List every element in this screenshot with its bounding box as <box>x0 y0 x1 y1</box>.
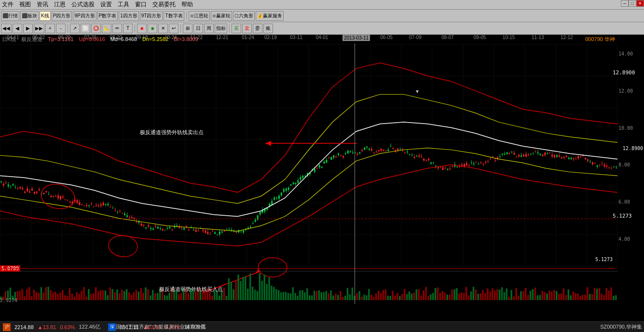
menu-settings[interactable]: 设置 <box>100 0 112 9</box>
annotation-sell: 极反通道强势外轨线卖出点 <box>140 129 204 136</box>
annotation-buy: 极反通道弱势外轨线买入点 <box>159 286 223 293</box>
up-value: Up=8.0616 <box>79 36 105 42</box>
date-tick-10: 01-24 <box>242 35 254 40</box>
btn-pnum[interactable]: P数字表 <box>97 11 118 21</box>
menu-file[interactable]: 文件 <box>2 0 14 9</box>
maximize-button[interactable]: □ <box>629 0 636 7</box>
btn-kline[interactable]: K线 <box>40 11 51 21</box>
price-high-label: 12.8900 <box>623 146 643 151</box>
minimize-button[interactable]: ─ <box>621 0 629 7</box>
btn-account[interactable]: 账 <box>263 24 273 33</box>
date-divider-line <box>355 43 355 304</box>
menu-help[interactable]: 帮助 <box>181 0 193 9</box>
index-value: 2214.88 <box>14 324 34 330</box>
stock-icon: 深 <box>108 323 116 331</box>
news-ticker: 国办"万箭齐发" 力挺煤炭行业健康发展 <box>116 321 596 332</box>
btn-sell[interactable]: 卖 <box>242 24 252 33</box>
btn-grid[interactable]: ⊞ <box>183 24 192 33</box>
price-low-label: 2.9274 <box>0 298 17 303</box>
btn-nav2[interactable]: ◀ <box>13 24 22 33</box>
date-tick-19: 10-15 <box>503 35 515 40</box>
toolbar2: ◀◀ ◀ ▶ ▶▶ + - ↗ ⬜ ⭕ 📐 ✏ T ■ ■ ✕ ↩ ⊞ 日 周 … <box>0 22 644 35</box>
tp-value: Tp=3.1161 <box>48 36 73 42</box>
date-tick-11: 02-19 <box>264 35 277 40</box>
btn-nav1[interactable]: ◀◀ <box>1 24 12 33</box>
news-text: 国办"万箭齐发" 力挺煤炭行业健康发展 <box>116 323 206 331</box>
date-tick-15: 06-05 <box>380 35 393 40</box>
menu-window[interactable]: 窗口 <box>135 0 147 9</box>
date-tick-17: 08-07 <box>441 35 454 40</box>
sep3 <box>135 24 135 33</box>
menu-trade[interactable]: 交易委托 <box>152 0 176 9</box>
menu-jiangen[interactable]: 江恩 <box>54 0 66 9</box>
toolbar1: ⬛行情 ⬛板块 K线 P四方形 9P四方形 P数字表 1四方形 9T四方形 T数… <box>0 10 644 22</box>
index-vol: 122.46亿 <box>79 323 100 331</box>
indicator-label: 日K线 极反通道 Tp=3.1161 Up=8.0616 Md=6.8468 D… <box>2 36 202 43</box>
sep4 <box>180 24 181 33</box>
date-tick-18: 09-05 <box>474 35 486 40</box>
btn-undo[interactable]: ↩ <box>169 24 178 33</box>
btn-buy[interactable]: 买 <box>232 24 241 33</box>
btn-win-wheel[interactable]: ⊙赢家轮 <box>211 11 232 21</box>
price-5127-label: 5.1273 <box>595 257 613 262</box>
btn-color-green[interactable]: ■ <box>148 24 157 33</box>
chart-canvas <box>0 35 644 304</box>
btn-period[interactable]: 日 <box>193 24 203 33</box>
window-controls: ─ □ ✕ <box>621 0 644 7</box>
btn-nav4[interactable]: ▶▶ <box>34 24 44 33</box>
btn-draw6[interactable]: T <box>123 24 133 33</box>
btn-zoom-in[interactable]: + <box>45 24 55 33</box>
indicator-name: 极反通道 <box>21 36 42 42</box>
btn-draw3[interactable]: ⭕ <box>91 24 101 33</box>
menu-tools[interactable]: 工具 <box>118 0 129 9</box>
md-value: Md=6.8468 <box>110 36 137 42</box>
index-pct: 0.63% <box>60 324 75 330</box>
date-highlight-box: 2013-03-11 <box>343 35 370 41</box>
dn-value: Dn=5.2582 <box>142 36 168 42</box>
date-tick-21: 12-12 <box>561 35 573 40</box>
menu-news[interactable]: 资讯 <box>37 0 48 9</box>
sep2 <box>68 24 68 33</box>
date-tick-12: 03-11 <box>290 35 302 40</box>
btn-color-red[interactable]: ■ <box>137 24 147 33</box>
stock-label: 000790 华神 <box>585 36 615 43</box>
index-change: ▲13.81 <box>38 324 56 330</box>
sep5 <box>229 24 230 33</box>
menu-formula[interactable]: 公式选股 <box>71 0 95 9</box>
btn-9p4[interactable]: 9P四方形 <box>73 11 96 21</box>
btn-draw1[interactable]: ↗ <box>70 24 80 33</box>
sep1 <box>186 12 187 20</box>
bt-value: Bt=3.8009 <box>174 36 198 42</box>
chart-area: 04-11 05-22 06-20 07-20 08-20 09-18 10-2… <box>0 35 644 304</box>
date-tick-13: 04-01 <box>316 35 329 40</box>
date-tick-9: 12-21 <box>216 35 229 40</box>
stock-code-right: SZ000790,华神集 <box>600 323 642 331</box>
status-bar: 沪 2214.88 ▲13.81 0.63% 122.46亿 深 8511.11… <box>0 321 644 332</box>
close-button[interactable]: ✕ <box>636 0 644 7</box>
date-tick-16: 07-09 <box>409 35 422 40</box>
btn-p4[interactable]: P四方形 <box>52 11 72 21</box>
h-line-reference <box>0 268 615 269</box>
btn-draw4[interactable]: 📐 <box>102 24 111 33</box>
btn-zoom-out[interactable]: - <box>56 24 66 33</box>
btn-period2[interactable]: 周 <box>204 24 214 33</box>
btn-hex[interactable]: ⬡六角形 <box>233 11 255 21</box>
menu-view[interactable]: 视图 <box>19 0 31 9</box>
btn-draw5[interactable]: ✏ <box>112 24 122 33</box>
btn-win-service[interactable]: 💰赢家服务 <box>256 11 284 21</box>
index-icon: 沪 <box>3 323 11 331</box>
date-tick-20: 11-13 <box>532 35 544 40</box>
btn-draw2[interactable]: ⬜ <box>81 24 90 33</box>
btn-nav3[interactable]: ▶ <box>23 24 33 33</box>
btn-tnum[interactable]: T数字表 <box>164 11 184 21</box>
btn-trade[interactable]: 委 <box>253 24 262 33</box>
btn-1t4[interactable]: 1四方形 <box>119 11 139 21</box>
btn-indicator[interactable]: 指标 <box>215 24 227 33</box>
btn-delete[interactable]: ✕ <box>158 24 168 33</box>
menu-bar: 文件 视图 资讯 江恩 公式选股 设置 工具 窗口 交易委托 帮助 <box>0 0 644 10</box>
status-right: SZ000790,华神集 <box>600 323 642 331</box>
btn-block[interactable]: ⬛板块 <box>20 11 39 21</box>
btn-jiangen-wheel[interactable]: ⊙江恩轮 <box>189 11 210 21</box>
btn-9t4[interactable]: 9T四方形 <box>140 11 163 21</box>
btn-market[interactable]: ⬛行情 <box>1 11 19 21</box>
